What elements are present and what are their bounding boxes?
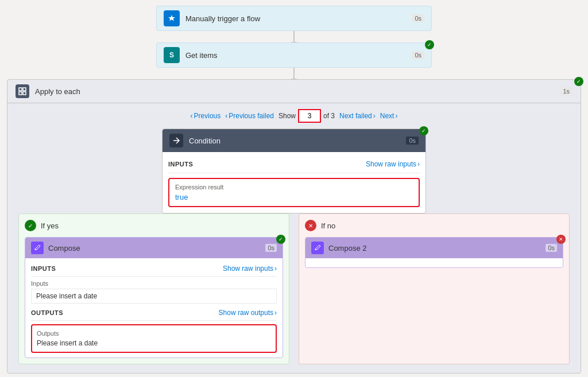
condition-card: Condition 0s INPUTS Show raw inputs xyxy=(162,129,426,213)
compose-card: Compose 0s INPUTS xyxy=(25,237,283,358)
if-no-title: If no xyxy=(321,221,335,230)
compose-outputs-box: Outputs Please insert a date xyxy=(31,324,277,353)
compose-success-badge xyxy=(276,235,285,244)
compose-input-field-label: Inputs xyxy=(31,280,277,287)
svg-rect-2 xyxy=(19,92,22,95)
compose-outputs-label: OUTPUTS xyxy=(31,309,63,316)
compose2-header[interactable]: Compose 2 0s xyxy=(305,238,563,258)
compose-show-raw-outputs-chevron-icon xyxy=(274,309,277,317)
compose-title: Compose xyxy=(48,244,265,252)
compose-header[interactable]: Compose 0s xyxy=(25,238,283,258)
arrow-1 xyxy=(293,31,295,42)
compose-show-raw-outputs[interactable]: Show raw outputs xyxy=(219,309,277,317)
if-yes-branch: If yes Compose 0s xyxy=(18,213,289,364)
condition-inputs-label: INPUTS xyxy=(168,161,193,168)
compose2-card: Compose 2 0s xyxy=(305,237,563,268)
manually-trigger-duration: 0s xyxy=(412,14,424,22)
previous-failed-label: Previous failed xyxy=(229,112,274,120)
compose-input-field-group: Inputs Please insert a date xyxy=(31,280,277,304)
pagination-bar: Previous Previous failed Show 3 of 3 Nex… xyxy=(191,109,398,123)
if-yes-icon xyxy=(25,220,36,231)
apply-to-each-container: Apply to each 1s Previous Previous faile… xyxy=(7,79,581,374)
compose2-title: Compose 2 xyxy=(328,244,546,252)
expression-result-value: true xyxy=(175,193,413,201)
apply-to-each-icon xyxy=(16,84,29,98)
if-no-branch: If no Compose 2 0s xyxy=(299,213,570,364)
no-times-icon xyxy=(308,223,313,229)
compose-inputs-section-row: INPUTS Show raw inputs xyxy=(31,263,277,277)
show-label: Show xyxy=(278,112,296,120)
compose-show-raw-inputs[interactable]: Show raw inputs xyxy=(223,265,277,273)
manually-trigger-title: Manually trigger a flow xyxy=(185,14,412,23)
get-items-duration: 0s xyxy=(412,51,424,59)
compose-body: INPUTS Show raw inputs Inputs Please ins… xyxy=(25,258,283,357)
condition-inputs-section: INPUTS Show raw inputs xyxy=(168,158,420,173)
compose2-icon xyxy=(311,242,324,254)
compose-duration: 0s xyxy=(265,244,277,252)
compose2-error-badge xyxy=(556,235,566,244)
chevron-left-2-icon xyxy=(225,112,227,120)
next-label: Next xyxy=(380,112,394,120)
show-raw-inputs-label: Show raw inputs xyxy=(366,160,416,168)
arrow-2 xyxy=(293,68,295,79)
apply-to-each-title: Apply to each xyxy=(35,87,560,96)
next-failed-nav[interactable]: Next failed xyxy=(339,112,376,120)
apply-to-each-header[interactable]: Apply to each 1s xyxy=(7,80,581,103)
cond-check-icon xyxy=(421,128,426,134)
chevron-left-icon xyxy=(191,112,193,120)
ate-check-icon xyxy=(577,79,581,84)
svg-rect-1 xyxy=(23,88,26,91)
svg-rect-0 xyxy=(19,88,22,91)
page-input[interactable]: 3 xyxy=(298,109,321,123)
chevron-right-2-icon xyxy=(395,112,397,120)
apply-to-each-body: Previous Previous failed Show 3 of 3 Nex… xyxy=(7,103,581,373)
show-input-wrap: Show 3 of 3 xyxy=(278,109,335,123)
compose2-error-icon xyxy=(559,236,563,242)
condition-icon xyxy=(169,134,183,147)
compose-outputs-field-value: Please insert a date xyxy=(37,339,271,347)
flow-canvas: Manually trigger a flow 0s S Get items 0… xyxy=(0,0,588,377)
next-nav[interactable]: Next xyxy=(380,112,398,120)
previous-label: Previous xyxy=(194,112,221,120)
compose-outputs-section-row: OUTPUTS Show raw outputs xyxy=(31,307,277,321)
compose-check-icon xyxy=(278,236,283,242)
svg-rect-3 xyxy=(23,92,26,95)
get-items-icon: S xyxy=(164,47,180,63)
compose-show-raw-inputs-label: Show raw inputs xyxy=(223,265,273,273)
if-yes-header: If yes xyxy=(25,220,283,231)
show-raw-chevron-icon xyxy=(417,160,420,168)
condition-success-badge xyxy=(419,126,428,135)
if-no-icon xyxy=(305,220,316,231)
next-failed-label: Next failed xyxy=(339,112,372,120)
if-no-header: If no xyxy=(305,220,563,231)
expression-result-label: Expression result xyxy=(175,184,413,191)
compose2-duration: 0s xyxy=(546,244,557,252)
compose-show-raw-chevron-icon xyxy=(274,265,277,273)
if-yes-title: If yes xyxy=(41,221,59,230)
condition-show-raw-inputs[interactable]: Show raw inputs xyxy=(366,160,420,168)
compose-inputs-label: INPUTS xyxy=(31,265,56,272)
manually-trigger-card[interactable]: Manually trigger a flow 0s xyxy=(156,6,432,31)
previous-nav[interactable]: Previous xyxy=(191,112,221,120)
get-items-card[interactable]: S Get items 0s xyxy=(156,42,432,68)
apply-to-each-success-badge xyxy=(574,77,583,86)
compose-icon xyxy=(31,242,44,254)
get-items-success-badge xyxy=(425,40,434,49)
apply-to-each-duration: 1s xyxy=(560,87,572,95)
compose2-body xyxy=(305,258,563,267)
condition-body: INPUTS Show raw inputs Expression result… xyxy=(163,152,425,213)
page-container: Manually trigger a flow 0s S Get items 0… xyxy=(0,0,588,377)
compose-show-raw-outputs-label: Show raw outputs xyxy=(219,309,273,317)
check-icon xyxy=(427,42,432,48)
yes-check-icon xyxy=(28,223,33,229)
chevron-right-icon xyxy=(373,112,376,120)
branches-row: If yes Compose 0s xyxy=(18,213,570,364)
of-total-label: of 3 xyxy=(323,112,335,120)
compose-outputs-field-label: Outputs xyxy=(37,330,271,337)
previous-failed-nav[interactable]: Previous failed xyxy=(225,112,274,120)
condition-duration: 0s xyxy=(406,137,419,145)
expression-result-box: Expression result true xyxy=(168,178,420,207)
compose-input-field-value: Please insert a date xyxy=(31,289,277,304)
manually-trigger-icon xyxy=(164,10,180,26)
condition-header[interactable]: Condition 0s xyxy=(163,129,425,152)
